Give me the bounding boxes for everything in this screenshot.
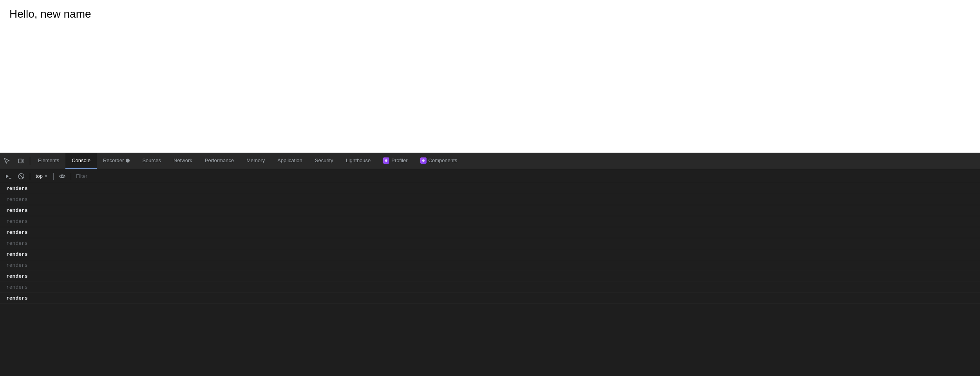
context-selector[interactable]: top ▼ — [33, 172, 50, 180]
device-mode-button[interactable] — [14, 153, 28, 169]
tab-application[interactable]: Application — [271, 153, 309, 169]
svg-point-8 — [61, 175, 63, 177]
tab-security[interactable]: Security — [309, 153, 340, 169]
toolbar-divider-2 — [53, 173, 54, 180]
console-row: renders — [0, 194, 980, 205]
tab-network[interactable]: Network — [167, 153, 199, 169]
toolbar-divider-1 — [30, 173, 30, 180]
console-row: renders — [0, 249, 980, 260]
eye-icon-button[interactable] — [57, 171, 68, 182]
console-row: renders — [0, 227, 980, 238]
console-row: renders — [0, 271, 980, 282]
tab-profiler[interactable]: Profiler — [377, 153, 414, 169]
filter-input[interactable] — [74, 172, 977, 180]
tab-divider-1 — [30, 157, 30, 165]
console-row: renders — [0, 216, 980, 227]
console-row: renders — [0, 205, 980, 216]
console-row: renders — [0, 183, 980, 194]
inspect-element-button[interactable] — [0, 153, 14, 169]
components-icon — [420, 157, 427, 164]
devtools-tab-bar: Elements Console Recorder Sources Networ… — [0, 153, 980, 169]
toolbar-divider-3 — [71, 173, 71, 180]
console-row: renders — [0, 282, 980, 293]
console-row: renders — [0, 238, 980, 249]
tab-memory[interactable]: Memory — [240, 153, 271, 169]
tab-sources[interactable]: Sources — [136, 153, 167, 169]
svg-marker-4 — [6, 174, 9, 178]
recorder-icon — [126, 159, 130, 163]
svg-rect-1 — [22, 160, 24, 162]
console-prompt-button[interactable] — [3, 171, 14, 182]
console-row: renders — [0, 260, 980, 271]
profiler-icon — [383, 157, 389, 164]
clear-console-button[interactable] — [16, 171, 27, 182]
console-output: rendersrendersrendersrendersrendersrende… — [0, 183, 980, 376]
console-row: renders — [0, 293, 980, 304]
tab-components[interactable]: Components — [414, 153, 464, 169]
devtools-panel: Elements Console Recorder Sources Networ… — [0, 153, 980, 376]
svg-rect-0 — [18, 159, 22, 163]
tab-console[interactable]: Console — [65, 153, 97, 169]
chevron-down-icon: ▼ — [44, 174, 48, 178]
tab-performance[interactable]: Performance — [199, 153, 240, 169]
page-content: Hello, new name — [0, 0, 980, 153]
svg-point-3 — [422, 159, 425, 162]
console-toolbar: top ▼ — [0, 169, 980, 183]
filter-container — [74, 172, 977, 180]
tab-recorder[interactable]: Recorder — [97, 153, 136, 169]
svg-point-2 — [385, 159, 387, 162]
hello-text: Hello, new name — [9, 8, 91, 20]
tab-lighthouse[interactable]: Lighthouse — [340, 153, 377, 169]
tab-elements[interactable]: Elements — [32, 153, 65, 169]
svg-line-7 — [19, 174, 23, 178]
